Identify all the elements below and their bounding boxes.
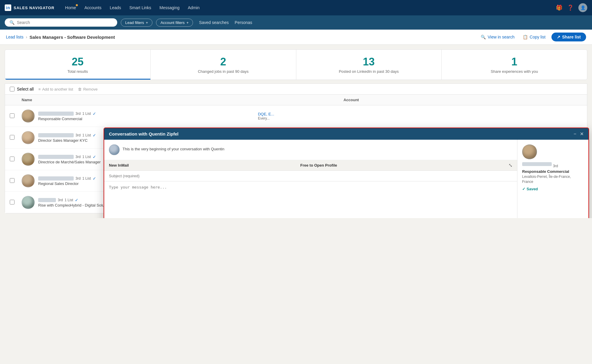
modal-body: This is the very beginning of your conve… bbox=[104, 140, 588, 218]
copy-list-button[interactable]: 📋 Copy list bbox=[520, 33, 548, 41]
lead-avatar-3 bbox=[22, 153, 35, 166]
stat-posted-linkedin[interactable]: 13 Posted on LinkedIn in past 30 days bbox=[296, 50, 442, 80]
stat-share-experiences[interactable]: 1 Share experiences with you bbox=[442, 50, 587, 80]
row-checkbox-3[interactable] bbox=[10, 157, 15, 161]
verified-icon-4: ✓ bbox=[93, 176, 96, 181]
breadcrumb-row: Lead lists › Sales Managers - Software D… bbox=[0, 30, 592, 45]
nav-home[interactable]: Home bbox=[62, 4, 80, 12]
stat-number-jobs: 2 bbox=[155, 56, 291, 68]
add-icon: ≡ bbox=[38, 87, 41, 91]
breadcrumb-actions: 🔍 View in search 📋 Copy list ↗ Share lis… bbox=[478, 33, 586, 41]
stat-number-total: 25 bbox=[10, 56, 146, 68]
chat-greeting-text: This is the very beginning of your conve… bbox=[123, 144, 224, 151]
search-icon: 🔍 bbox=[9, 20, 15, 25]
account-link-1[interactable]: DQE, E... bbox=[258, 112, 582, 116]
subject-input[interactable] bbox=[104, 171, 517, 181]
lead-filters-button[interactable]: Lead filters + bbox=[121, 19, 152, 27]
help-icon[interactable]: ❓ bbox=[567, 4, 574, 11]
lead-filters-label: Lead filters bbox=[125, 20, 144, 25]
verified-icon-5: ✓ bbox=[75, 198, 78, 202]
minimize-button[interactable]: − bbox=[574, 131, 576, 137]
breadcrumb-parent[interactable]: Lead lists bbox=[6, 35, 23, 39]
row-checkbox-5[interactable] bbox=[10, 200, 15, 204]
search-input[interactable] bbox=[17, 20, 112, 25]
chat-avatar bbox=[109, 144, 120, 155]
nav-admin[interactable]: Admin bbox=[184, 4, 203, 12]
account-text-1: Every... bbox=[258, 116, 582, 120]
trash-icon: 🗑 bbox=[78, 87, 82, 91]
select-all-wrap: Select all bbox=[10, 87, 34, 91]
nav-leads[interactable]: Leads bbox=[106, 4, 125, 12]
inmail-label: New InMail bbox=[109, 163, 129, 167]
stat-number-share: 1 bbox=[446, 56, 582, 68]
stat-label-share: Share experiences with you bbox=[446, 69, 582, 74]
sidebar-role: Responsable Commercial bbox=[522, 169, 584, 174]
saved-badge: ✓ Saved bbox=[522, 187, 584, 191]
expand-icon[interactable]: ⤡ bbox=[509, 162, 512, 168]
stat-label-posted: Posted on LinkedIn in past 30 days bbox=[301, 69, 437, 74]
row-checkbox-1[interactable] bbox=[10, 113, 15, 118]
copy-icon: 📋 bbox=[523, 35, 528, 39]
remove-button[interactable]: 🗑 Remove bbox=[78, 87, 97, 91]
account-filters-label: Account filters bbox=[160, 20, 185, 25]
lead-avatar-5 bbox=[22, 196, 35, 209]
share-list-button[interactable]: ↗ Share list bbox=[551, 33, 586, 41]
view-in-search-button[interactable]: 🔍 View in search bbox=[478, 33, 517, 41]
row-checkbox-4[interactable] bbox=[10, 178, 15, 183]
message-textarea[interactable] bbox=[104, 181, 517, 218]
breadcrumb: Lead lists › Sales Managers - Software D… bbox=[6, 35, 478, 40]
lead-name-blur-3 bbox=[38, 155, 74, 159]
conversation-modal: Conversation with Quentin Zipfel − ✕ Thi… bbox=[104, 128, 589, 218]
modal-header-buttons: − ✕ bbox=[574, 131, 584, 137]
nav-accounts[interactable]: Accounts bbox=[81, 4, 105, 12]
lead-degree-3: 3rd bbox=[75, 155, 81, 159]
gift-icon[interactable]: 🎁 bbox=[556, 4, 562, 11]
home-notification-badge bbox=[76, 4, 78, 6]
lead-filters-plus: + bbox=[146, 20, 148, 25]
search-input-wrap: 🔍 bbox=[5, 18, 117, 27]
stat-label-total: Total results bbox=[10, 69, 146, 74]
add-to-list-button[interactable]: ≡ Add to another list bbox=[38, 87, 73, 91]
modal-overlay: Conversation with Quentin Zipfel − ✕ Thi… bbox=[104, 128, 592, 218]
lead-list-2: 1 List bbox=[82, 133, 91, 137]
stat-total-results[interactable]: 25 Total results bbox=[5, 50, 151, 80]
header-account: Account bbox=[343, 98, 582, 102]
brand-logo[interactable]: in SALES NAVIGATOR bbox=[5, 4, 54, 11]
modal-title: Conversation with Quentin Zipfel bbox=[109, 131, 178, 136]
account-filters-plus: + bbox=[186, 20, 189, 25]
stat-label-jobs: Changed jobs in past 90 days bbox=[155, 69, 291, 74]
lead-avatar-4 bbox=[22, 174, 35, 187]
nav-messaging[interactable]: Messaging bbox=[156, 4, 183, 12]
modal-chat: This is the very beginning of your conve… bbox=[104, 140, 517, 218]
close-button[interactable]: ✕ bbox=[580, 131, 584, 137]
stats-row: 25 Total results 2 Changed jobs in past … bbox=[5, 49, 587, 80]
modal-sidebar-avatar bbox=[522, 144, 537, 159]
verified-icon-1: ✓ bbox=[93, 111, 96, 116]
nav-smart-links[interactable]: Smart Links bbox=[126, 4, 155, 12]
lead-name-blur-5 bbox=[38, 198, 56, 202]
chat-greeting: This is the very beginning of your conve… bbox=[104, 140, 517, 160]
verified-icon-3: ✓ bbox=[93, 154, 96, 159]
sidebar-degree: 3rd bbox=[553, 164, 558, 168]
table-header: Name Account bbox=[5, 95, 587, 105]
personas-link[interactable]: Personas bbox=[235, 20, 252, 25]
lead-degree-4: 3rd bbox=[75, 176, 81, 181]
saved-searches-link[interactable]: Saved searches bbox=[199, 20, 229, 25]
lead-list-5: 1 List bbox=[65, 198, 73, 202]
user-avatar[interactable]: 👤 bbox=[578, 3, 587, 12]
lead-degree-1: 3rd bbox=[75, 112, 81, 116]
stat-number-posted: 13 bbox=[301, 56, 437, 68]
verified-icon-2: ✓ bbox=[93, 133, 96, 138]
select-all-checkbox[interactable] bbox=[10, 87, 15, 91]
lead-list-1: 1 List bbox=[82, 112, 91, 116]
nav-links: Home Accounts Leads Smart Links Messagin… bbox=[62, 4, 203, 12]
table-row: 3rd 1 List ✓ Responsable Commercial DQE,… bbox=[5, 105, 587, 127]
search-nav-links: Saved searches Personas bbox=[199, 20, 252, 25]
stat-changed-jobs[interactable]: 2 Changed jobs in past 90 days bbox=[151, 50, 296, 80]
row-checkbox-2[interactable] bbox=[10, 135, 15, 140]
lead-list-4: 1 List bbox=[82, 176, 91, 181]
main-content: 25 Total results 2 Changed jobs in past … bbox=[0, 45, 592, 218]
account-filters-button[interactable]: Account filters + bbox=[156, 19, 193, 27]
sidebar-name-blur bbox=[522, 162, 552, 166]
sidebar-location: Levallois-Perret, Île-de-France, France bbox=[522, 174, 584, 184]
